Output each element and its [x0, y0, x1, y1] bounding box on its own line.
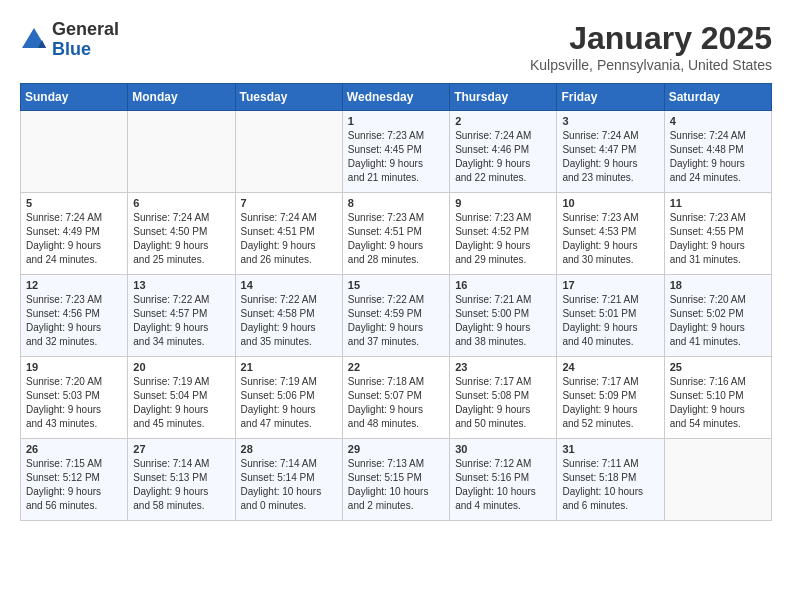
day-number: 11	[670, 197, 766, 209]
day-number: 6	[133, 197, 229, 209]
day-info: Sunrise: 7:15 AM Sunset: 5:12 PM Dayligh…	[26, 457, 122, 513]
day-cell	[21, 111, 128, 193]
day-cell: 4Sunrise: 7:24 AM Sunset: 4:48 PM Daylig…	[664, 111, 771, 193]
day-cell: 5Sunrise: 7:24 AM Sunset: 4:49 PM Daylig…	[21, 193, 128, 275]
day-cell: 27Sunrise: 7:14 AM Sunset: 5:13 PM Dayli…	[128, 439, 235, 521]
day-number: 29	[348, 443, 444, 455]
day-info: Sunrise: 7:24 AM Sunset: 4:49 PM Dayligh…	[26, 211, 122, 267]
calendar-header: SundayMondayTuesdayWednesdayThursdayFrid…	[21, 84, 772, 111]
day-cell: 26Sunrise: 7:15 AM Sunset: 5:12 PM Dayli…	[21, 439, 128, 521]
calendar-table: SundayMondayTuesdayWednesdayThursdayFrid…	[20, 83, 772, 521]
day-number: 14	[241, 279, 337, 291]
day-info: Sunrise: 7:21 AM Sunset: 5:00 PM Dayligh…	[455, 293, 551, 349]
day-cell: 9Sunrise: 7:23 AM Sunset: 4:52 PM Daylig…	[450, 193, 557, 275]
day-info: Sunrise: 7:21 AM Sunset: 5:01 PM Dayligh…	[562, 293, 658, 349]
day-number: 28	[241, 443, 337, 455]
day-cell: 6Sunrise: 7:24 AM Sunset: 4:50 PM Daylig…	[128, 193, 235, 275]
day-cell: 13Sunrise: 7:22 AM Sunset: 4:57 PM Dayli…	[128, 275, 235, 357]
day-number: 1	[348, 115, 444, 127]
day-info: Sunrise: 7:23 AM Sunset: 4:53 PM Dayligh…	[562, 211, 658, 267]
day-cell: 20Sunrise: 7:19 AM Sunset: 5:04 PM Dayli…	[128, 357, 235, 439]
day-cell: 24Sunrise: 7:17 AM Sunset: 5:09 PM Dayli…	[557, 357, 664, 439]
day-cell: 22Sunrise: 7:18 AM Sunset: 5:07 PM Dayli…	[342, 357, 449, 439]
day-cell: 21Sunrise: 7:19 AM Sunset: 5:06 PM Dayli…	[235, 357, 342, 439]
day-cell: 19Sunrise: 7:20 AM Sunset: 5:03 PM Dayli…	[21, 357, 128, 439]
title-block: January 2025 Kulpsville, Pennsylvania, U…	[530, 20, 772, 73]
day-number: 8	[348, 197, 444, 209]
day-number: 23	[455, 361, 551, 373]
header-row: SundayMondayTuesdayWednesdayThursdayFrid…	[21, 84, 772, 111]
day-cell: 15Sunrise: 7:22 AM Sunset: 4:59 PM Dayli…	[342, 275, 449, 357]
day-cell: 10Sunrise: 7:23 AM Sunset: 4:53 PM Dayli…	[557, 193, 664, 275]
day-info: Sunrise: 7:23 AM Sunset: 4:45 PM Dayligh…	[348, 129, 444, 185]
week-row-4: 19Sunrise: 7:20 AM Sunset: 5:03 PM Dayli…	[21, 357, 772, 439]
day-number: 3	[562, 115, 658, 127]
day-cell: 23Sunrise: 7:17 AM Sunset: 5:08 PM Dayli…	[450, 357, 557, 439]
day-info: Sunrise: 7:22 AM Sunset: 4:58 PM Dayligh…	[241, 293, 337, 349]
day-cell	[128, 111, 235, 193]
day-info: Sunrise: 7:11 AM Sunset: 5:18 PM Dayligh…	[562, 457, 658, 513]
day-cell: 29Sunrise: 7:13 AM Sunset: 5:15 PM Dayli…	[342, 439, 449, 521]
day-cell: 8Sunrise: 7:23 AM Sunset: 4:51 PM Daylig…	[342, 193, 449, 275]
day-info: Sunrise: 7:12 AM Sunset: 5:16 PM Dayligh…	[455, 457, 551, 513]
day-info: Sunrise: 7:14 AM Sunset: 5:14 PM Dayligh…	[241, 457, 337, 513]
week-row-3: 12Sunrise: 7:23 AM Sunset: 4:56 PM Dayli…	[21, 275, 772, 357]
day-info: Sunrise: 7:19 AM Sunset: 5:04 PM Dayligh…	[133, 375, 229, 431]
day-number: 21	[241, 361, 337, 373]
day-info: Sunrise: 7:13 AM Sunset: 5:15 PM Dayligh…	[348, 457, 444, 513]
day-number: 9	[455, 197, 551, 209]
day-info: Sunrise: 7:20 AM Sunset: 5:03 PM Dayligh…	[26, 375, 122, 431]
day-number: 13	[133, 279, 229, 291]
day-info: Sunrise: 7:14 AM Sunset: 5:13 PM Dayligh…	[133, 457, 229, 513]
day-info: Sunrise: 7:24 AM Sunset: 4:51 PM Dayligh…	[241, 211, 337, 267]
day-cell: 7Sunrise: 7:24 AM Sunset: 4:51 PM Daylig…	[235, 193, 342, 275]
logo-general: General	[52, 20, 119, 40]
day-info: Sunrise: 7:24 AM Sunset: 4:47 PM Dayligh…	[562, 129, 658, 185]
day-number: 12	[26, 279, 122, 291]
day-number: 5	[26, 197, 122, 209]
logo-text: General Blue	[52, 20, 119, 60]
logo-blue: Blue	[52, 40, 119, 60]
day-info: Sunrise: 7:16 AM Sunset: 5:10 PM Dayligh…	[670, 375, 766, 431]
day-info: Sunrise: 7:17 AM Sunset: 5:09 PM Dayligh…	[562, 375, 658, 431]
day-number: 25	[670, 361, 766, 373]
day-number: 26	[26, 443, 122, 455]
day-number: 4	[670, 115, 766, 127]
day-number: 10	[562, 197, 658, 209]
day-info: Sunrise: 7:20 AM Sunset: 5:02 PM Dayligh…	[670, 293, 766, 349]
day-info: Sunrise: 7:24 AM Sunset: 4:48 PM Dayligh…	[670, 129, 766, 185]
logo-icon	[20, 26, 48, 54]
day-number: 17	[562, 279, 658, 291]
day-number: 22	[348, 361, 444, 373]
day-info: Sunrise: 7:23 AM Sunset: 4:56 PM Dayligh…	[26, 293, 122, 349]
day-number: 16	[455, 279, 551, 291]
day-number: 31	[562, 443, 658, 455]
day-number: 19	[26, 361, 122, 373]
month-title: January 2025	[530, 20, 772, 57]
page-header: General Blue January 2025 Kulpsville, Pe…	[20, 20, 772, 73]
day-info: Sunrise: 7:22 AM Sunset: 4:57 PM Dayligh…	[133, 293, 229, 349]
col-header-sunday: Sunday	[21, 84, 128, 111]
day-number: 27	[133, 443, 229, 455]
day-number: 20	[133, 361, 229, 373]
day-cell	[235, 111, 342, 193]
day-cell: 18Sunrise: 7:20 AM Sunset: 5:02 PM Dayli…	[664, 275, 771, 357]
day-number: 15	[348, 279, 444, 291]
day-number: 30	[455, 443, 551, 455]
day-info: Sunrise: 7:19 AM Sunset: 5:06 PM Dayligh…	[241, 375, 337, 431]
day-number: 2	[455, 115, 551, 127]
col-header-monday: Monday	[128, 84, 235, 111]
col-header-saturday: Saturday	[664, 84, 771, 111]
col-header-friday: Friday	[557, 84, 664, 111]
day-cell: 12Sunrise: 7:23 AM Sunset: 4:56 PM Dayli…	[21, 275, 128, 357]
day-info: Sunrise: 7:23 AM Sunset: 4:52 PM Dayligh…	[455, 211, 551, 267]
col-header-wednesday: Wednesday	[342, 84, 449, 111]
col-header-thursday: Thursday	[450, 84, 557, 111]
location: Kulpsville, Pennsylvania, United States	[530, 57, 772, 73]
calendar-body: 1Sunrise: 7:23 AM Sunset: 4:45 PM Daylig…	[21, 111, 772, 521]
day-cell: 17Sunrise: 7:21 AM Sunset: 5:01 PM Dayli…	[557, 275, 664, 357]
day-info: Sunrise: 7:24 AM Sunset: 4:50 PM Dayligh…	[133, 211, 229, 267]
day-cell: 3Sunrise: 7:24 AM Sunset: 4:47 PM Daylig…	[557, 111, 664, 193]
day-number: 24	[562, 361, 658, 373]
day-cell: 31Sunrise: 7:11 AM Sunset: 5:18 PM Dayli…	[557, 439, 664, 521]
